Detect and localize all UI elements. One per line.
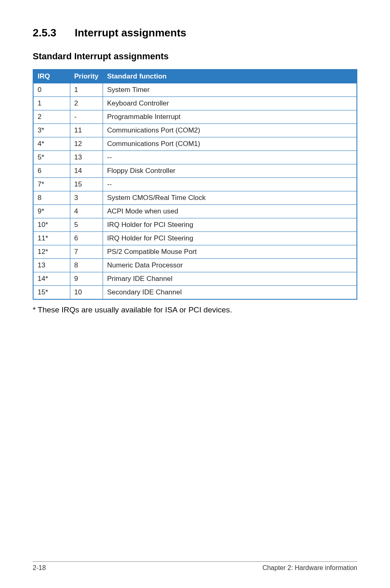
cell-irq: 0: [33, 83, 70, 97]
cell-irq: 9*: [33, 205, 70, 218]
cell-irq: 5*: [33, 151, 70, 164]
table-row: 3*11Communications Port (COM2): [33, 124, 357, 137]
table-row: 12*7PS/2 Compatible Mouse Port: [33, 245, 357, 259]
cell-func: Numeric Data Processor: [103, 259, 357, 272]
page-footer: 2-18 Chapter 2: Hardware information: [33, 561, 357, 572]
cell-priority: 1: [70, 83, 103, 97]
cell-func: Communications Port (COM2): [103, 124, 357, 137]
page-number: 2-18: [33, 564, 46, 572]
header-priority: Priority: [70, 70, 103, 83]
cell-irq: 13: [33, 259, 70, 272]
cell-priority: 2: [70, 97, 103, 110]
cell-priority: 9: [70, 272, 103, 286]
cell-irq: 15*: [33, 286, 70, 300]
cell-priority: 13: [70, 151, 103, 164]
cell-priority: 12: [70, 137, 103, 151]
cell-irq: 10*: [33, 218, 70, 232]
table-header-row: IRQ Priority Standard function: [33, 70, 357, 83]
cell-priority: 4: [70, 205, 103, 218]
section-number: 2.5.3: [33, 27, 56, 39]
cell-irq: 6: [33, 164, 70, 178]
header-irq: IRQ: [33, 70, 70, 83]
cell-irq: 4*: [33, 137, 70, 151]
cell-priority: 7: [70, 245, 103, 259]
cell-func: System CMOS/Real Time Clock: [103, 191, 357, 205]
cell-func: Keyboard Controller: [103, 97, 357, 110]
table-row: 83System CMOS/Real Time Clock: [33, 191, 357, 205]
cell-priority: 11: [70, 124, 103, 137]
cell-func: Communications Port (COM1): [103, 137, 357, 151]
table-row: 14*9Primary IDE Channel: [33, 272, 357, 286]
table-row: 9*4ACPI Mode when used: [33, 205, 357, 218]
table-row: 10*5IRQ Holder for PCI Steering: [33, 218, 357, 232]
cell-priority: 10: [70, 286, 103, 300]
cell-func: Primary IDE Channel: [103, 272, 357, 286]
cell-func: Programmable Interrupt: [103, 110, 357, 124]
cell-irq: 1: [33, 97, 70, 110]
table-row: 4*12Communications Port (COM1): [33, 137, 357, 151]
table-row: 138Numeric Data Processor: [33, 259, 357, 272]
table-row: 01System Timer: [33, 83, 357, 97]
table-row: 5*13--: [33, 151, 357, 164]
cell-priority: 6: [70, 232, 103, 245]
cell-priority: 15: [70, 178, 103, 191]
chapter-label: Chapter 2: Hardware information: [262, 564, 357, 572]
cell-irq: 8: [33, 191, 70, 205]
header-function: Standard function: [103, 70, 357, 83]
table-footnote: * These IRQs are usually available for I…: [33, 305, 357, 314]
cell-irq: 7*: [33, 178, 70, 191]
cell-func: --: [103, 151, 357, 164]
cell-func: System Timer: [103, 83, 357, 97]
cell-func: PS/2 Compatible Mouse Port: [103, 245, 357, 259]
cell-irq: 3*: [33, 124, 70, 137]
cell-irq: 11*: [33, 232, 70, 245]
cell-priority: 8: [70, 259, 103, 272]
cell-func: ACPI Mode when used: [103, 205, 357, 218]
cell-func: Floppy Disk Controller: [103, 164, 357, 178]
table-row: 614Floppy Disk Controller: [33, 164, 357, 178]
table-row: 7*15--: [33, 178, 357, 191]
cell-irq: 14*: [33, 272, 70, 286]
cell-priority: 14: [70, 164, 103, 178]
table-row: 2-Programmable Interrupt: [33, 110, 357, 124]
cell-irq: 2: [33, 110, 70, 124]
section-heading: 2.5.3 Interrupt assignments: [33, 25, 357, 40]
cell-priority: -: [70, 110, 103, 124]
cell-priority: 5: [70, 218, 103, 232]
cell-func: --: [103, 178, 357, 191]
cell-irq: 12*: [33, 245, 70, 259]
cell-func: IRQ Holder for PCI Steering: [103, 232, 357, 245]
table-row: 15*10Secondary IDE Channel: [33, 286, 357, 300]
sub-heading: Standard Interrupt assignments: [33, 51, 357, 62]
section-title: Interrupt assignments: [75, 27, 186, 39]
irq-table: IRQ Priority Standard function 01System …: [33, 69, 357, 300]
cell-func: Secondary IDE Channel: [103, 286, 357, 300]
cell-func: IRQ Holder for PCI Steering: [103, 218, 357, 232]
table-row: 11*6IRQ Holder for PCI Steering: [33, 232, 357, 245]
table-row: 12Keyboard Controller: [33, 97, 357, 110]
cell-priority: 3: [70, 191, 103, 205]
